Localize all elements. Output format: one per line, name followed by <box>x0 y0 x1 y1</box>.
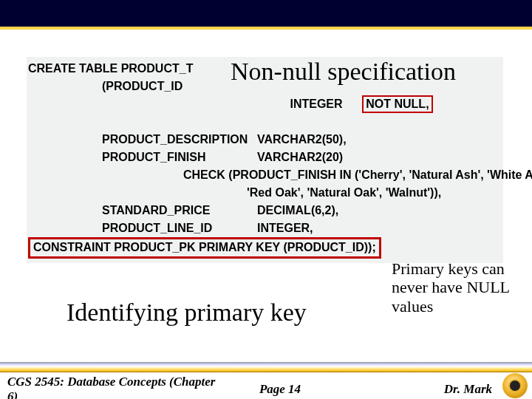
sql-col: PRODUCT_FINISH <box>102 149 257 166</box>
sql-line: CONSTRAINT PRODUCT_PK PRIMARY KEY (PRODU… <box>28 237 502 259</box>
ucf-logo-icon <box>502 373 528 398</box>
footer-course: CGS 2545: Database Concepts (Chapter 6) <box>7 375 219 399</box>
sql-type: VARCHAR2(50), <box>257 131 502 149</box>
sql-line: STANDARD_PRICE DECIMAL(6,2), <box>28 202 502 219</box>
footer-page: Page 14 <box>219 382 341 397</box>
sql-line: PRODUCT_FINISH VARCHAR2(20) <box>28 149 502 166</box>
slide-content: CREATE TABLE PRODUCT_T (PRODUCT_ID INTEG… <box>0 33 532 362</box>
sql-col: STANDARD_PRICE <box>102 202 257 219</box>
sql-create: CREATE TABLE PRODUCT_T <box>28 60 102 78</box>
caption-pk: Identifying primary key <box>66 299 307 327</box>
sql-line: 'Red Oak', 'Natural Oak', 'Walnut')), <box>28 184 502 202</box>
caption-nonnull: Non-null specification <box>231 58 456 86</box>
sql-line: PRODUCT_LINE_ID INTEGER, <box>28 219 502 237</box>
footer-row: CGS 2545: Database Concepts (Chapter 6) … <box>0 372 532 399</box>
sql-check: CHECK (PRODUCT_FINISH IN ('Cherry', 'Nat… <box>183 166 532 184</box>
sql-type: INTEGER, <box>257 219 502 237</box>
sql-col: PRODUCT_LINE_ID <box>102 219 257 237</box>
sql-line: PRODUCT_DESCRIPTION VARCHAR2(50), <box>28 131 502 149</box>
slide-footer: CGS 2545: Database Concepts (Chapter 6) … <box>0 362 532 399</box>
pk-constraint-highlight: CONSTRAINT PRODUCT_PK PRIMARY KEY (PRODU… <box>28 237 381 259</box>
not-null-highlight: NOT NULL, <box>362 95 432 113</box>
sql-col: PRODUCT_DESCRIPTION <box>102 131 257 149</box>
footer-author: Dr. Mark <box>341 382 525 397</box>
sql-line: CHECK (PRODUCT_FINISH IN ('Cherry', 'Nat… <box>28 166 502 184</box>
footer-divider <box>0 362 532 372</box>
sql-type: VARCHAR2(20) <box>257 149 502 166</box>
sql-type: DECIMAL(6,2), <box>257 202 502 219</box>
title-bar <box>0 0 532 30</box>
slide: CREATE TABLE PRODUCT_T (PRODUCT_ID INTEG… <box>0 0 532 399</box>
sql-check: 'Red Oak', 'Natural Oak', 'Walnut')), <box>247 184 441 202</box>
sql-code-block: CREATE TABLE PRODUCT_T (PRODUCT_ID INTEG… <box>27 57 503 263</box>
caption-note: Primary keys can never have NULL values <box>392 259 525 316</box>
